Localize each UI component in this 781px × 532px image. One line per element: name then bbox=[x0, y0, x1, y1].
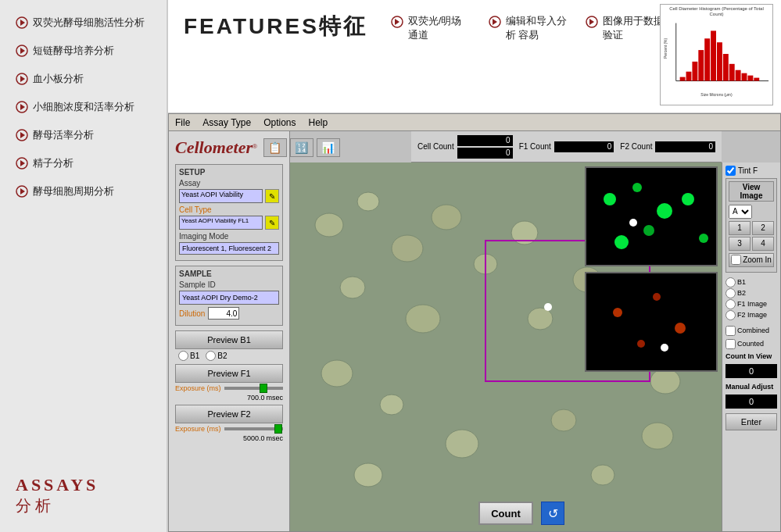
counted-checkbox-line[interactable]: Counted bbox=[725, 339, 777, 349]
svg-rect-32 bbox=[729, 64, 735, 81]
radio-b1-line[interactable]: B1 bbox=[725, 277, 777, 287]
f2-exposure-row: Exposure (ms) bbox=[175, 425, 283, 433]
svg-marker-3 bbox=[20, 48, 25, 54]
f1-count-group: F1 Count 0 bbox=[519, 141, 614, 152]
arrow-icon-1 bbox=[16, 45, 28, 57]
cell-count-group: Cell Count 0 0 bbox=[417, 135, 513, 159]
radio-b1[interactable]: B1 bbox=[178, 351, 199, 361]
combined-checkbox-line[interactable]: Combined bbox=[725, 326, 777, 336]
cell-type-label: Cell Type bbox=[179, 205, 279, 214]
dilution-label: Dilution bbox=[179, 309, 205, 318]
menu-item-assay type[interactable]: Assay Type bbox=[202, 117, 251, 128]
header-stats: Cell Count 0 0 F1 Count 0 F2 Count 0 bbox=[411, 131, 722, 162]
image-type-radios: B1 B2 F1 Image F2 Image bbox=[725, 277, 777, 321]
zoom-in-btn[interactable]: Zoom In bbox=[729, 253, 774, 267]
sidebar-item-4[interactable]: 酵母活率分析 bbox=[16, 128, 159, 142]
view-select[interactable]: A bbox=[729, 205, 752, 219]
count-button[interactable]: Count bbox=[478, 502, 533, 525]
svg-point-69 bbox=[629, 219, 637, 227]
f1-exposure-label: Exposure (ms) bbox=[175, 384, 221, 392]
main-app: FileAssay TypeOptionsHelp Cellometer® 📋 … bbox=[168, 113, 781, 532]
f1-exposure-row: Exposure (ms) bbox=[175, 384, 283, 392]
svg-point-72 bbox=[653, 293, 661, 301]
view-btn-1[interactable]: 1 bbox=[729, 221, 751, 235]
icon-btn-1[interactable]: 📋 bbox=[263, 138, 287, 157]
preview-f1-btn[interactable]: Preview F1 bbox=[175, 364, 283, 383]
feature-item-1: 编辑和导入分析 容易 bbox=[489, 14, 571, 42]
preview-b1-btn[interactable]: Preview B1 bbox=[175, 330, 283, 349]
b1-radio-row: B1 B2 bbox=[178, 351, 283, 361]
fl-bottom-svg bbox=[586, 273, 716, 370]
manual-adjust-label: Manual Adjust bbox=[725, 383, 777, 391]
enter-btn[interactable]: Enter bbox=[725, 413, 777, 430]
svg-point-54 bbox=[551, 409, 576, 431]
menu-item-help[interactable]: Help bbox=[309, 117, 328, 128]
f1-slider[interactable] bbox=[224, 387, 283, 390]
svg-point-47 bbox=[528, 308, 553, 330]
radio-f2-line[interactable]: F2 Image bbox=[725, 310, 777, 320]
svg-rect-35 bbox=[747, 76, 753, 81]
menu-item-options[interactable]: Options bbox=[263, 117, 296, 128]
cell-count-label: Cell Count bbox=[417, 142, 454, 151]
f1-count-label: F1 Count bbox=[519, 142, 551, 151]
cell-type-edit-btn[interactable]: ✎ bbox=[265, 216, 279, 230]
f1-exposure-unit: msec bbox=[266, 394, 283, 402]
cell-type-select[interactable]: Yeast AOPI Viability FL1 bbox=[179, 216, 263, 230]
left-panel: Cellometer® 📋 🔢 📊 SETUP Assay Yeast AOPI… bbox=[169, 131, 290, 531]
refresh-btn[interactable]: ↺ bbox=[541, 502, 564, 525]
tint-label: Tint F bbox=[738, 166, 758, 175]
imaging-mode-value: Fluorescent 1, Fluorescent 2 bbox=[179, 242, 279, 255]
svg-rect-33 bbox=[736, 70, 741, 81]
cell-type-row: Yeast AOPI Viability FL1 ✎ bbox=[179, 216, 279, 230]
view-btn-4[interactable]: 4 bbox=[752, 237, 774, 251]
f2-slider[interactable] bbox=[224, 427, 283, 430]
dilution-input[interactable] bbox=[208, 307, 239, 320]
svg-rect-34 bbox=[742, 73, 747, 81]
sidebar-item-2[interactable]: 血小板分析 bbox=[16, 72, 159, 86]
cell-count-val1: 0 bbox=[457, 135, 513, 146]
svg-point-55 bbox=[446, 430, 478, 458]
svg-marker-19 bbox=[589, 19, 594, 25]
svg-point-63 bbox=[632, 183, 642, 192]
histogram-box: Cell Diameter Histogram (Percentage of T… bbox=[660, 4, 773, 105]
svg-point-65 bbox=[643, 225, 654, 236]
sidebar-item-6[interactable]: 酵母细胞周期分析 bbox=[16, 184, 159, 198]
sidebar-item-label-3: 小细胞浓度和活率分析 bbox=[33, 100, 134, 114]
assay-edit-btn[interactable]: ✎ bbox=[265, 189, 279, 203]
radio-b2[interactable]: B2 bbox=[206, 351, 227, 361]
svg-marker-9 bbox=[20, 132, 25, 138]
svg-point-45 bbox=[406, 305, 440, 333]
sidebar-item-label-4: 酵母活率分析 bbox=[33, 128, 94, 142]
feature-text-0: 双荧光/明场 通道 bbox=[408, 14, 473, 42]
histogram-xlabel: Size Microns (μm) bbox=[661, 92, 772, 97]
sidebar-item-5[interactable]: 精子分析 bbox=[16, 156, 159, 170]
view-btn-3[interactable]: 3 bbox=[729, 237, 751, 251]
arrow-icon-2 bbox=[16, 73, 28, 85]
svg-point-57 bbox=[591, 465, 614, 485]
histogram-title: Cell Diameter Histogram (Percentage of T… bbox=[661, 5, 772, 19]
sidebar-item-3[interactable]: 小细胞浓度和活率分析 bbox=[16, 100, 159, 114]
sample-id-value[interactable]: Yeast AOPI Dry Demo-2 bbox=[179, 291, 279, 305]
combined-checkbox[interactable] bbox=[725, 326, 736, 336]
radio-b2-line[interactable]: B2 bbox=[725, 288, 777, 298]
sidebar-item-0[interactable]: 双荧光酵母细胞活性分析 bbox=[16, 16, 159, 30]
cellometer-logo: Cellometer® 📋 🔢 📊 bbox=[175, 137, 283, 158]
f2-count-group: F2 Count 0 bbox=[620, 141, 715, 152]
svg-marker-1 bbox=[20, 20, 25, 26]
counted-checkbox[interactable] bbox=[725, 339, 736, 349]
logo-text: Cellometer bbox=[175, 137, 253, 157]
view-btn-2[interactable]: 2 bbox=[752, 221, 774, 235]
sample-label: SAMPLE bbox=[179, 270, 279, 278]
svg-rect-36 bbox=[754, 78, 759, 81]
sidebar-item-label-0: 双荧光酵母细胞活性分析 bbox=[33, 16, 145, 30]
tint-checkbox[interactable] bbox=[725, 166, 736, 176]
svg-marker-5 bbox=[20, 76, 25, 82]
cell-count-values: 0 0 bbox=[457, 135, 513, 159]
assay-field-label: Assay bbox=[179, 179, 279, 187]
sidebar-item-1[interactable]: 短链酵母培养分析 bbox=[16, 44, 159, 58]
preview-f2-btn[interactable]: Preview F2 bbox=[175, 405, 283, 423]
svg-point-51 bbox=[380, 395, 403, 415]
assay-select[interactable]: Yeast AOPI Viability bbox=[179, 189, 263, 203]
radio-f1-line[interactable]: F1 Image bbox=[725, 299, 777, 309]
menu-item-file[interactable]: File bbox=[175, 117, 190, 128]
